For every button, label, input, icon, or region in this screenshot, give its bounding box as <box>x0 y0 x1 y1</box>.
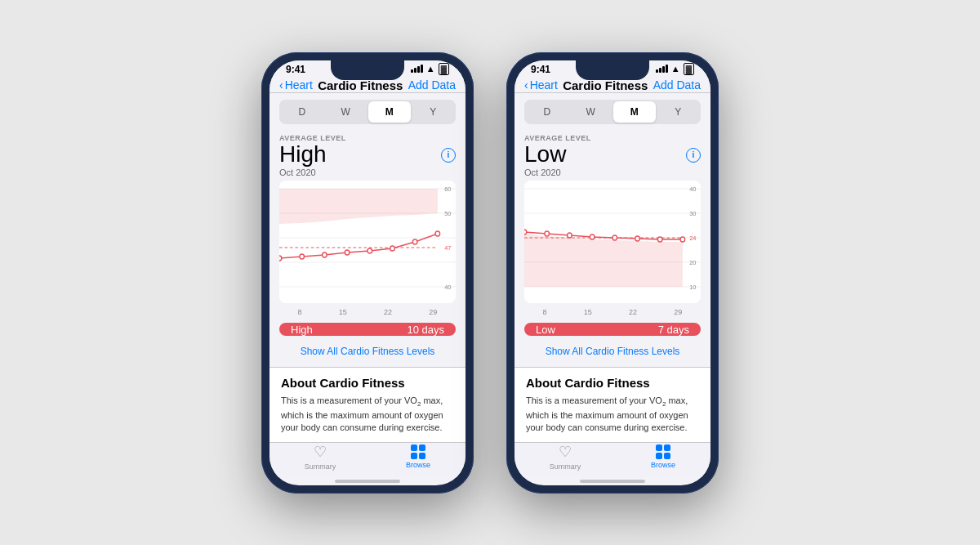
svg-point-12 <box>300 254 305 259</box>
segment-y-2[interactable]: Y <box>657 101 700 123</box>
chevron-left-icon-1: ‹ <box>279 78 283 92</box>
svg-point-36 <box>635 236 640 241</box>
x-label-8-1: 8 <box>298 308 302 316</box>
chart-date-2: Oct 2020 <box>524 168 701 177</box>
chart-info-row-1: High i <box>279 142 456 168</box>
x-label-22-1: 22 <box>384 308 392 316</box>
svg-text:60: 60 <box>444 185 451 193</box>
svg-point-17 <box>412 239 417 244</box>
svg-point-18 <box>435 231 440 236</box>
legend-bar-2[interactable]: Low 7 days <box>524 323 701 336</box>
home-bar-1 <box>335 480 400 483</box>
segment-d-2[interactable]: D <box>526 101 568 123</box>
tab-summary-2[interactable]: ♡ Summary <box>550 443 581 471</box>
tab-browse-1[interactable]: Browse <box>406 444 430 469</box>
wifi-icon-1: ▲ <box>426 64 435 74</box>
legend-bar-1[interactable]: High 10 days <box>279 323 456 336</box>
x-label-29-1: 29 <box>429 308 437 316</box>
svg-point-11 <box>279 256 282 261</box>
legend-label-1: High <box>291 324 313 336</box>
tab-browse-2[interactable]: Browse <box>651 444 675 469</box>
x-label-22-2: 22 <box>629 308 637 316</box>
segment-w-1[interactable]: W <box>325 101 368 123</box>
phone-2: 9:41 ▲ ▓ ‹ Heart Car <box>506 52 719 494</box>
tab-bar-1: ♡ Summary Browse <box>270 442 466 477</box>
tab-browse-label-1: Browse <box>406 461 430 469</box>
nav-title-2: Cardio Fitness <box>563 78 648 92</box>
x-label-15-2: 15 <box>584 308 592 316</box>
page-container: 9:41 ▲ ▓ ‹ Heart Car <box>245 36 735 510</box>
battery-icon-2: ▓ <box>684 63 694 75</box>
back-button-1[interactable]: ‹ Heart <box>279 78 313 92</box>
home-bar-2 <box>580 480 645 483</box>
chart-info-row-2: Low i <box>524 142 701 168</box>
phone-1-screen: 9:41 ▲ ▓ ‹ Heart Car <box>270 60 466 485</box>
about-section-2: About Cardio Fitness This is a measureme… <box>514 367 710 442</box>
about-text-2: This is a measurement of your VO2 max, w… <box>526 395 699 434</box>
svg-point-31 <box>524 230 527 235</box>
back-label-2: Heart <box>530 78 558 92</box>
status-time-2: 9:41 <box>531 64 550 75</box>
add-data-button-2[interactable]: Add Data <box>653 78 701 92</box>
svg-point-34 <box>590 235 595 239</box>
segment-m-1[interactable]: M <box>368 101 411 123</box>
show-all-link-1[interactable]: Show All Cardio Fitness Levels <box>270 341 466 362</box>
svg-point-33 <box>568 233 572 238</box>
nav-bar-2: ‹ Heart Cardio Fitness Add Data <box>514 78 710 94</box>
svg-point-14 <box>345 250 350 255</box>
svg-text:10: 10 <box>689 284 696 291</box>
segment-w-2[interactable]: W <box>570 101 612 123</box>
svg-point-13 <box>323 252 327 257</box>
segment-control-2: D W M Y <box>524 100 701 124</box>
svg-text:24: 24 <box>689 235 697 242</box>
svg-point-32 <box>545 231 550 236</box>
x-axis-1: 8 15 22 29 <box>279 306 456 318</box>
status-time-1: 9:41 <box>286 64 305 75</box>
segment-m-2[interactable]: M <box>613 101 656 123</box>
add-data-button-1[interactable]: Add Data <box>408 78 456 92</box>
show-all-link-2[interactable]: Show All Cardio Fitness Levels <box>514 341 710 362</box>
back-button-2[interactable]: ‹ Heart <box>524 78 558 92</box>
battery-icon-1: ▓ <box>439 63 449 75</box>
status-icons-1: ▲ ▓ <box>411 63 449 75</box>
chart-section-2: AVERAGE LEVEL Low i Oct 2020 <box>514 131 710 318</box>
tab-bar-2: ♡ Summary Browse <box>514 442 710 477</box>
signal-icon-1 <box>411 65 423 73</box>
wifi-icon-2: ▲ <box>671 64 680 74</box>
segment-control-1: D W M Y <box>279 100 456 124</box>
svg-point-15 <box>368 248 372 253</box>
svg-marker-9 <box>279 189 438 224</box>
tab-summary-label-2: Summary <box>550 462 581 471</box>
segment-y-1[interactable]: Y <box>412 101 455 123</box>
legend-label-2: Low <box>536 324 555 336</box>
x-label-8-2: 8 <box>543 308 547 316</box>
segment-d-1[interactable]: D <box>281 101 323 123</box>
signal-icon-2 <box>656 65 668 73</box>
nav-bar-1: ‹ Heart Cardio Fitness Add Data <box>270 78 466 94</box>
svg-text:40: 40 <box>444 284 451 291</box>
svg-text:47: 47 <box>444 244 451 252</box>
tab-browse-label-2: Browse <box>651 461 675 469</box>
chevron-left-icon-2: ‹ <box>524 78 528 92</box>
chart-section-1: AVERAGE LEVEL High i Oct 2020 <box>270 131 466 318</box>
svg-point-38 <box>680 237 685 242</box>
x-label-15-1: 15 <box>339 308 347 316</box>
info-icon-2[interactable]: i <box>686 148 701 163</box>
tab-summary-1[interactable]: ♡ Summary <box>305 443 336 471</box>
about-title-2: About Cardio Fitness <box>526 376 699 390</box>
chart-value-1: High <box>279 142 327 168</box>
phone-1: 9:41 ▲ ▓ ‹ Heart Car <box>261 52 474 494</box>
svg-point-37 <box>657 237 662 242</box>
about-title-1: About Cardio Fitness <box>281 376 454 390</box>
svg-text:40: 40 <box>689 185 696 193</box>
svg-text:50: 50 <box>444 210 451 217</box>
grid-icon-2 <box>656 444 670 459</box>
info-icon-1[interactable]: i <box>441 148 456 163</box>
chart-2: 40 30 24 20 10 <box>524 181 701 303</box>
svg-point-35 <box>612 235 617 240</box>
home-indicator-2 <box>514 477 710 485</box>
phone-2-screen: 9:41 ▲ ▓ ‹ Heart Car <box>514 60 710 485</box>
chart-value-2: Low <box>524 142 566 168</box>
svg-text:20: 20 <box>689 259 696 266</box>
legend-days-2: 7 days <box>658 324 689 336</box>
